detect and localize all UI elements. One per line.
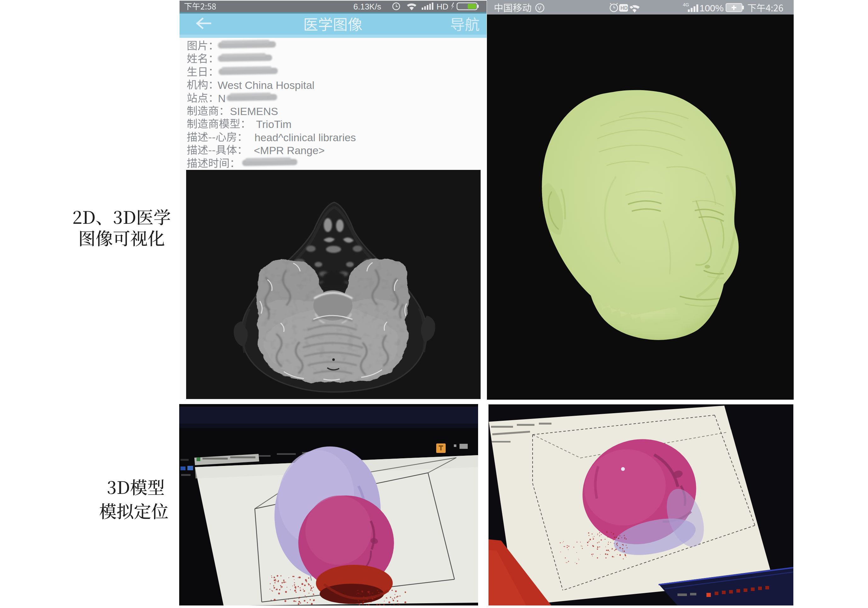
- svg-text:100%: 100%: [699, 3, 724, 13]
- svg-text:6.13K/s: 6.13K/s: [353, 2, 381, 11]
- svg-text:V: V: [538, 5, 541, 11]
- svg-text:West China Hospital: West China Hospital: [218, 79, 314, 91]
- svg-text:TrioTim: TrioTim: [256, 118, 291, 130]
- svg-text:HD: HD: [437, 2, 448, 11]
- svg-text:HD: HD: [620, 5, 628, 11]
- svg-text:head^clinical libraries: head^clinical libraries: [254, 131, 356, 143]
- svg-text:4G: 4G: [683, 2, 689, 7]
- svg-text:<MPR Range>: <MPR Range>: [254, 145, 325, 156]
- svg-text:SIEMENS: SIEMENS: [230, 105, 278, 117]
